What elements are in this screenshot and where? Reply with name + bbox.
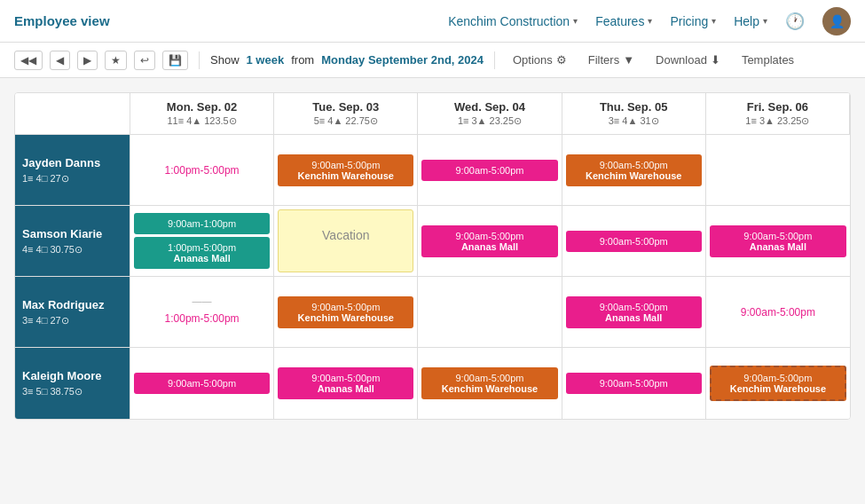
shift-time-plain: 1:00pm-5:00pm	[134, 161, 270, 180]
shift-block: 9:00am-5:00pm Kenchim Warehouse	[278, 154, 413, 186]
shift-cell[interactable]: 9:00am-5:00pm Ananas Mall	[274, 348, 418, 419]
nav-company[interactable]: Kenchim Construction ▾	[448, 14, 578, 28]
templates-button[interactable]: Templates	[735, 50, 801, 70]
shift-time: 9:00am-5:00pm	[573, 378, 695, 389]
shift-block: 9:00am-5:00pm	[134, 373, 270, 394]
shift-cell[interactable]: 9:00am-5:00pm	[418, 135, 562, 205]
shift-time-plain: 9:00am-5:00pm	[710, 303, 846, 322]
employee-stats: 4≡ 4□ 30.75⊙	[22, 244, 122, 256]
star-button[interactable]: ★	[105, 51, 127, 70]
shift-cell[interactable]: 9:00am-5:00pm Ananas Mall	[418, 206, 562, 276]
shift-cell[interactable]: 9:00am-1:00pm 1:00pm-5:00pm Ananas Mall	[130, 206, 274, 276]
shift-cell[interactable]: Vacation	[274, 206, 418, 276]
date-stats-4: 1≡ 3▲ 23.25⊙	[710, 115, 845, 127]
shift-cell[interactable]: 1:00pm-5:00pm	[130, 135, 274, 205]
employee-cell: Max Rodriguez 3≡ 4□ 27⊙	[15, 277, 130, 347]
chevron-down-icon: ▾	[763, 16, 767, 26]
employee-cell: Kaleigh Moore 3≡ 5□ 38.75⊙	[15, 348, 130, 419]
shift-cell[interactable]: 9:00am-5:00pm Kenchim Warehouse	[418, 348, 562, 419]
shift-time: 9:00am-5:00pm	[285, 373, 406, 383]
shift-location: Kenchim Warehouse	[285, 312, 406, 323]
separator	[199, 51, 200, 69]
schedule-grid: Mon. Sep. 02 11≡ 4▲ 123.5⊙ Tue. Sep. 03 …	[14, 92, 851, 420]
shift-cell[interactable]: 9:00am-5:00pm Ananas Mall	[562, 277, 706, 347]
date-stats-2: 1≡ 3▲ 23.25⊙	[421, 115, 557, 127]
period-value[interactable]: 1 week	[247, 53, 285, 67]
shift-cell[interactable]	[706, 135, 850, 205]
toolbar: ◀◀ ◀ ▶ ★ ↩ 💾 Show 1 week from Monday Sep…	[0, 43, 865, 78]
shift-cell[interactable]: 9:00am-5:00pm	[562, 206, 706, 276]
shift-cell[interactable]: 9:00am-5:00pm Kenchim Warehouse	[274, 135, 418, 205]
shift-block: 9:00am-5:00pm	[421, 160, 557, 181]
shift-cell[interactable]: 9:00am-5:00pm	[562, 348, 706, 419]
shift-cell[interactable]: 9:00am-5:00pm	[706, 277, 850, 347]
shift-cell[interactable]: 9:00am-5:00pm Kenchim Warehouse	[706, 348, 850, 419]
nav-features[interactable]: Features ▾	[595, 14, 652, 28]
header-empty	[15, 93, 130, 135]
shift-cell[interactable]: 9:00am-5:00pm Kenchim Warehouse	[562, 135, 706, 205]
undo-button[interactable]: ↩	[134, 51, 155, 70]
separator	[494, 51, 495, 69]
shift-time-plain: 1:00pm-5:00pm	[134, 309, 270, 328]
shift-block: 9:00am-5:00pm Kenchim Warehouse	[566, 154, 702, 186]
chevron-down-icon: ▾	[573, 16, 578, 26]
employee-cell: Samson Kiarie 4≡ 4□ 30.75⊙	[15, 206, 130, 276]
save-button[interactable]: 💾	[162, 51, 188, 70]
filters-button[interactable]: Filters ▼	[581, 50, 641, 70]
header-col-0: Mon. Sep. 02 11≡ 4▲ 123.5⊙	[130, 93, 274, 135]
shift-time: 9:00am-5:00pm	[285, 302, 406, 312]
shift-time: 9:00am-5:00pm	[573, 302, 695, 312]
shift-time: 9:00am-5:00pm	[717, 231, 839, 241]
shift-cell[interactable]: 9:00am-5:00pm Ananas Mall	[706, 206, 850, 276]
options-button[interactable]: Options ⚙	[506, 50, 574, 70]
chevron-down-icon: ▾	[712, 16, 716, 26]
shift-location: Kenchim Warehouse	[285, 170, 406, 181]
shift-block: 9:00am-5:00pm Kenchim Warehouse	[710, 366, 846, 401]
shift-cell[interactable]: 9:00am-5:00pm Kenchim Warehouse	[274, 277, 418, 347]
shift-location: Kenchim Warehouse	[573, 170, 695, 181]
shift-time: 1:00pm-5:00pm	[141, 242, 263, 253]
show-label: Show	[210, 53, 240, 67]
filter-icon: ▼	[623, 53, 634, 67]
date-value[interactable]: Monday September 2nd, 2024	[321, 53, 484, 67]
next-button[interactable]: ▶	[77, 51, 98, 70]
shift-location: Ananas Mall	[429, 241, 550, 252]
prev-button[interactable]: ◀	[50, 51, 70, 70]
shift-time: 9:00am-5:00pm	[429, 373, 550, 383]
prev-prev-button[interactable]: ◀◀	[14, 51, 43, 70]
shift-cell[interactable]: 9:00am-5:00pm	[130, 348, 274, 419]
avatar[interactable]: 👤	[822, 7, 851, 35]
header-col-4: Fri. Sep. 06 1≡ 3▲ 23.25⊙	[706, 93, 850, 135]
header-col-1: Tue. Sep. 03 5≡ 4▲ 22.75⊙	[274, 93, 418, 135]
nav-pricing[interactable]: Pricing ▾	[670, 14, 716, 28]
shift-cell[interactable]	[418, 277, 562, 347]
shift-location: Ananas Mall	[717, 241, 839, 252]
header-col-2: Wed. Sep. 04 1≡ 3▲ 23.25⊙	[418, 93, 562, 135]
employee-stats: 3≡ 4□ 27⊙	[22, 315, 122, 327]
date-label-4: Fri. Sep. 06	[710, 100, 845, 114]
shift-block: 9:00am-5:00pm	[566, 231, 702, 252]
employee-name: Kaleigh Moore	[22, 369, 122, 382]
shift-location: Kenchim Warehouse	[429, 383, 550, 394]
employee-stats: 3≡ 5□ 38.75⊙	[22, 386, 122, 398]
nav-help[interactable]: Help ▾	[734, 14, 767, 28]
download-icon: ⬇	[711, 53, 720, 67]
shift-block: 1:00pm-5:00pm Ananas Mall	[134, 237, 270, 269]
date-stats-0: 11≡ 4▲ 123.5⊙	[134, 115, 270, 127]
clock-icon[interactable]: 🕐	[785, 12, 805, 31]
app-title: Employee view	[14, 13, 110, 28]
shift-block: 9:00am-5:00pm	[566, 373, 702, 394]
shift-block: 9:00am-5:00pm Kenchim Warehouse	[278, 296, 413, 328]
date-label-3: Thu. Sep. 05	[566, 100, 702, 114]
date-label-0: Mon. Sep. 02	[134, 100, 270, 114]
shift-time: 9:00am-5:00pm	[573, 236, 695, 247]
download-button[interactable]: Download ⬇	[649, 50, 727, 70]
shift-block: 9:00am-5:00pm Ananas Mall	[566, 296, 702, 328]
date-stats-1: 5≡ 4▲ 22.75⊙	[278, 115, 413, 127]
employee-name: Jayden Danns	[22, 156, 122, 169]
separator-line: ——	[134, 295, 270, 306]
shift-cell[interactable]: —— 1:00pm-5:00pm	[130, 277, 274, 347]
table-row: Max Rodriguez 3≡ 4□ 27⊙ —— 1:00pm-5:00pm…	[15, 277, 850, 348]
shift-block: 9:00am-5:00pm Ananas Mall	[421, 225, 557, 257]
nav-links: Kenchim Construction ▾ Features ▾ Pricin…	[448, 7, 851, 35]
